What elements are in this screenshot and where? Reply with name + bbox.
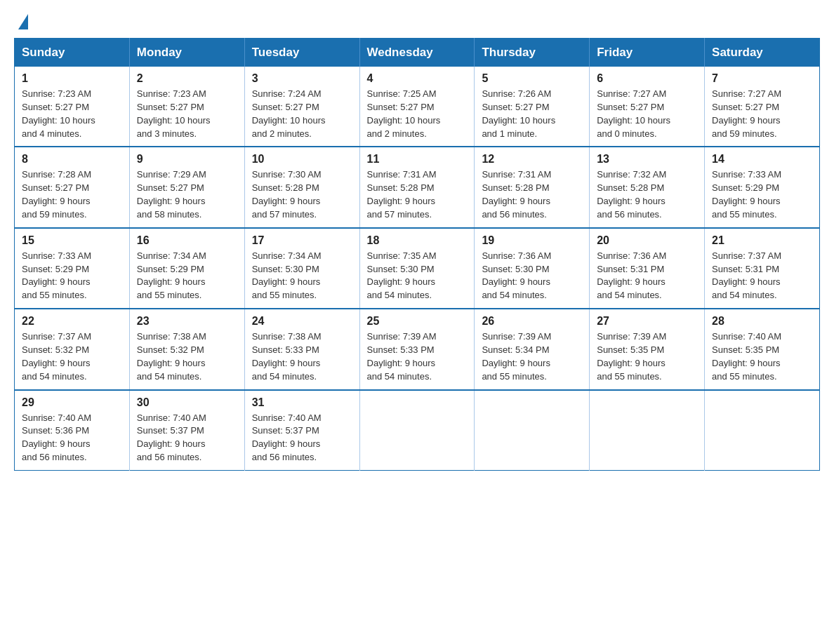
day-info: Sunrise: 7:36 AMSunset: 5:31 PMDaylight:… — [597, 250, 697, 302]
calendar-cell — [705, 390, 820, 471]
day-info: Sunrise: 7:31 AMSunset: 5:28 PMDaylight:… — [482, 168, 582, 221]
header-monday: Monday — [129, 39, 244, 67]
week-row-2: 8Sunrise: 7:28 AMSunset: 5:27 PMDaylight… — [15, 147, 820, 227]
calendar-cell: 10Sunrise: 7:30 AMSunset: 5:28 PMDayligh… — [244, 147, 359, 227]
day-info: Sunrise: 7:29 AMSunset: 5:27 PMDaylight:… — [137, 168, 237, 221]
header-wednesday: Wednesday — [359, 39, 475, 67]
day-info: Sunrise: 7:31 AMSunset: 5:28 PMDaylight:… — [367, 168, 468, 221]
day-info: Sunrise: 7:26 AMSunset: 5:27 PMDaylight:… — [482, 88, 582, 140]
calendar-cell: 28Sunrise: 7:40 AMSunset: 5:35 PMDayligh… — [705, 309, 820, 389]
week-row-1: 1Sunrise: 7:23 AMSunset: 5:27 PMDaylight… — [15, 67, 820, 147]
day-info: Sunrise: 7:40 AMSunset: 5:37 PMDaylight:… — [137, 412, 237, 464]
day-number: 16 — [137, 234, 237, 247]
day-info: Sunrise: 7:37 AMSunset: 5:31 PMDaylight:… — [712, 250, 812, 302]
calendar-header-row: SundayMondayTuesdayWednesdayThursdayFrid… — [15, 39, 820, 67]
day-number: 15 — [22, 234, 122, 247]
day-info: Sunrise: 7:32 AMSunset: 5:28 PMDaylight:… — [597, 168, 697, 221]
calendar-cell: 30Sunrise: 7:40 AMSunset: 5:37 PMDayligh… — [129, 390, 244, 471]
week-row-3: 15Sunrise: 7:33 AMSunset: 5:29 PMDayligh… — [15, 228, 820, 309]
day-info: Sunrise: 7:34 AMSunset: 5:29 PMDaylight:… — [137, 250, 237, 302]
day-number: 5 — [482, 72, 582, 85]
calendar-cell: 12Sunrise: 7:31 AMSunset: 5:28 PMDayligh… — [475, 147, 590, 227]
day-number: 21 — [712, 234, 812, 247]
day-info: Sunrise: 7:35 AMSunset: 5:30 PMDaylight:… — [367, 250, 468, 302]
calendar-cell: 6Sunrise: 7:27 AMSunset: 5:27 PMDaylight… — [590, 67, 705, 147]
day-number: 7 — [712, 72, 812, 85]
day-number: 23 — [137, 315, 237, 328]
day-number: 25 — [367, 315, 468, 328]
calendar-cell: 9Sunrise: 7:29 AMSunset: 5:27 PMDaylight… — [129, 147, 244, 227]
day-info: Sunrise: 7:34 AMSunset: 5:30 PMDaylight:… — [252, 250, 352, 302]
calendar-cell: 7Sunrise: 7:27 AMSunset: 5:27 PMDaylight… — [705, 67, 820, 147]
day-info: Sunrise: 7:40 AMSunset: 5:36 PMDaylight:… — [22, 412, 122, 464]
day-info: Sunrise: 7:27 AMSunset: 5:27 PMDaylight:… — [597, 88, 697, 140]
logo — [14, 14, 28, 27]
calendar-cell: 16Sunrise: 7:34 AMSunset: 5:29 PMDayligh… — [129, 228, 244, 309]
calendar-cell — [590, 390, 705, 471]
header-sunday: Sunday — [15, 39, 130, 67]
day-info: Sunrise: 7:23 AMSunset: 5:27 PMDaylight:… — [137, 88, 237, 140]
day-number: 14 — [712, 153, 812, 166]
calendar-cell: 19Sunrise: 7:36 AMSunset: 5:30 PMDayligh… — [475, 228, 590, 309]
day-info: Sunrise: 7:36 AMSunset: 5:30 PMDaylight:… — [482, 250, 582, 302]
calendar-cell: 24Sunrise: 7:38 AMSunset: 5:33 PMDayligh… — [244, 309, 359, 389]
calendar-cell: 18Sunrise: 7:35 AMSunset: 5:30 PMDayligh… — [359, 228, 475, 309]
calendar-cell: 2Sunrise: 7:23 AMSunset: 5:27 PMDaylight… — [129, 67, 244, 147]
calendar-cell: 13Sunrise: 7:32 AMSunset: 5:28 PMDayligh… — [590, 147, 705, 227]
calendar-cell: 22Sunrise: 7:37 AMSunset: 5:32 PMDayligh… — [15, 309, 130, 389]
calendar-cell: 4Sunrise: 7:25 AMSunset: 5:27 PMDaylight… — [359, 67, 475, 147]
calendar-cell: 3Sunrise: 7:24 AMSunset: 5:27 PMDaylight… — [244, 67, 359, 147]
day-number: 29 — [22, 396, 122, 409]
day-info: Sunrise: 7:27 AMSunset: 5:27 PMDaylight:… — [712, 88, 812, 140]
day-number: 19 — [482, 234, 582, 247]
day-info: Sunrise: 7:40 AMSunset: 5:35 PMDaylight:… — [712, 330, 812, 383]
logo-triangle-icon — [18, 14, 28, 29]
calendar-cell: 5Sunrise: 7:26 AMSunset: 5:27 PMDaylight… — [475, 67, 590, 147]
day-info: Sunrise: 7:33 AMSunset: 5:29 PMDaylight:… — [712, 168, 812, 221]
day-number: 17 — [252, 234, 352, 247]
day-number: 10 — [252, 153, 352, 166]
calendar-cell: 11Sunrise: 7:31 AMSunset: 5:28 PMDayligh… — [359, 147, 475, 227]
day-number: 30 — [137, 396, 237, 409]
day-number: 22 — [22, 315, 122, 328]
calendar-table: SundayMondayTuesdayWednesdayThursdayFrid… — [14, 38, 820, 471]
week-row-5: 29Sunrise: 7:40 AMSunset: 5:36 PMDayligh… — [15, 390, 820, 471]
calendar-cell: 29Sunrise: 7:40 AMSunset: 5:36 PMDayligh… — [15, 390, 130, 471]
day-number: 1 — [22, 72, 122, 85]
day-info: Sunrise: 7:33 AMSunset: 5:29 PMDaylight:… — [22, 250, 122, 302]
day-info: Sunrise: 7:24 AMSunset: 5:27 PMDaylight:… — [252, 88, 352, 140]
day-info: Sunrise: 7:39 AMSunset: 5:35 PMDaylight:… — [597, 330, 697, 383]
day-number: 9 — [137, 153, 237, 166]
day-number: 31 — [252, 396, 352, 409]
day-info: Sunrise: 7:25 AMSunset: 5:27 PMDaylight:… — [367, 88, 468, 140]
day-info: Sunrise: 7:40 AMSunset: 5:37 PMDaylight:… — [252, 412, 352, 464]
day-info: Sunrise: 7:39 AMSunset: 5:33 PMDaylight:… — [367, 330, 468, 383]
calendar-cell: 8Sunrise: 7:28 AMSunset: 5:27 PMDaylight… — [15, 147, 130, 227]
header-friday: Friday — [590, 39, 705, 67]
day-info: Sunrise: 7:38 AMSunset: 5:32 PMDaylight:… — [137, 330, 237, 383]
day-number: 3 — [252, 72, 352, 85]
day-number: 24 — [252, 315, 352, 328]
day-number: 8 — [22, 153, 122, 166]
day-number: 2 — [137, 72, 237, 85]
calendar-cell: 14Sunrise: 7:33 AMSunset: 5:29 PMDayligh… — [705, 147, 820, 227]
day-number: 26 — [482, 315, 582, 328]
day-number: 28 — [712, 315, 812, 328]
day-number: 4 — [367, 72, 468, 85]
day-number: 13 — [597, 153, 697, 166]
calendar-cell: 17Sunrise: 7:34 AMSunset: 5:30 PMDayligh… — [244, 228, 359, 309]
calendar-cell — [475, 390, 590, 471]
calendar-cell: 26Sunrise: 7:39 AMSunset: 5:34 PMDayligh… — [475, 309, 590, 389]
day-number: 27 — [597, 315, 697, 328]
header-thursday: Thursday — [475, 39, 590, 67]
day-info: Sunrise: 7:28 AMSunset: 5:27 PMDaylight:… — [22, 168, 122, 221]
day-number: 6 — [597, 72, 697, 85]
calendar-cell: 23Sunrise: 7:38 AMSunset: 5:32 PMDayligh… — [129, 309, 244, 389]
day-info: Sunrise: 7:30 AMSunset: 5:28 PMDaylight:… — [252, 168, 352, 221]
day-number: 12 — [482, 153, 582, 166]
header-saturday: Saturday — [705, 39, 820, 67]
week-row-4: 22Sunrise: 7:37 AMSunset: 5:32 PMDayligh… — [15, 309, 820, 389]
header-tuesday: Tuesday — [244, 39, 359, 67]
day-number: 20 — [597, 234, 697, 247]
calendar-cell: 20Sunrise: 7:36 AMSunset: 5:31 PMDayligh… — [590, 228, 705, 309]
